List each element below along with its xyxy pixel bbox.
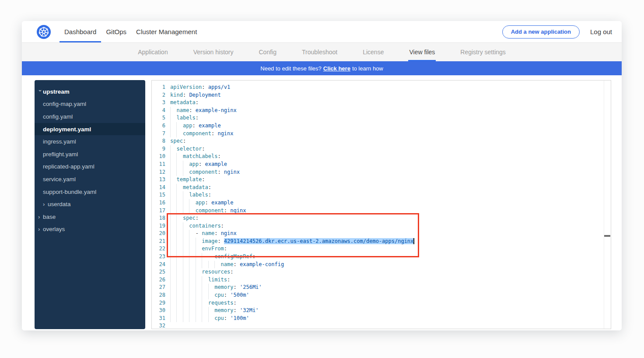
yaml-value: nginx xyxy=(224,169,240,175)
code-line-12[interactable]: 12 component: nginx xyxy=(152,168,611,176)
code-text: image: 429114214526.dkr.ecr.us-east-2.am… xyxy=(170,238,414,246)
code-line-30[interactable]: 30 memory: '32Mi' xyxy=(152,307,611,315)
code-text: name: example-nginx xyxy=(170,107,237,115)
code-line-9[interactable]: 9 selector: xyxy=(152,145,611,153)
sidebar-item-overlays[interactable]: ›overlays xyxy=(35,223,145,236)
code-line-25[interactable]: 25 resources: xyxy=(152,268,611,276)
nav-tab-cluster-management[interactable]: Cluster Management xyxy=(131,21,202,42)
banner-link[interactable]: Click here xyxy=(323,65,350,72)
nav-tab-gitops[interactable]: GitOps xyxy=(101,21,131,42)
code-line-18[interactable]: 18 spec: xyxy=(152,214,611,222)
tab-view-files[interactable]: View files xyxy=(408,43,436,61)
code-text: cpu: '100m' xyxy=(170,315,249,323)
sidebar-item-userdata[interactable]: ›userdata xyxy=(35,198,145,211)
sidebar-item-service-yaml[interactable]: service.yaml xyxy=(35,173,145,186)
code-text: component: nginx xyxy=(170,168,240,176)
code-line-21[interactable]: 21 image: 429114214526.dkr.ecr.us-east-2… xyxy=(152,238,611,246)
tree-item-label: preflight.yaml xyxy=(43,151,78,158)
yaml-value: Deployment xyxy=(189,92,220,98)
yaml-value: example xyxy=(211,200,234,206)
sidebar-item-config-yaml[interactable]: config.yaml xyxy=(35,110,145,123)
info-banner: Need to edit these files? Click here to … xyxy=(22,61,622,75)
line-number: 11 xyxy=(152,161,165,168)
code-line-15[interactable]: 15 labels: xyxy=(152,191,611,199)
sidebar-item-deployment-yaml[interactable]: deployment.yaml xyxy=(35,123,145,136)
code-line-10[interactable]: 10 matchLabels: xyxy=(152,153,611,161)
code-text: - configMapRef: xyxy=(170,253,256,261)
yaml-value: example xyxy=(205,161,228,167)
tab-application[interactable]: Application xyxy=(137,43,169,61)
code-text: resources: xyxy=(170,268,234,276)
code-line-26[interactable]: 26 limits: xyxy=(152,276,611,284)
line-number: 2 xyxy=(152,91,165,99)
sidebar-item-ingress-yaml[interactable]: ingress.yaml xyxy=(35,135,145,148)
code-line-3[interactable]: 3metadata: xyxy=(152,99,611,107)
code-line-7[interactable]: 7 component: nginx xyxy=(152,130,611,138)
code-line-28[interactable]: 28 cpu: '500m' xyxy=(152,291,611,299)
banner-text-prefix: Need to edit these files? xyxy=(260,65,321,72)
code-text: kind: Deployment xyxy=(170,91,221,99)
yaml-value: example-nginx xyxy=(196,107,237,113)
sidebar-item-base[interactable]: ›base xyxy=(35,211,145,223)
tree-item-label: ingress.yaml xyxy=(43,138,76,145)
code-text: cpu: '500m' xyxy=(170,291,249,299)
tree-item-label: deployment.yaml xyxy=(43,126,91,133)
sidebar-item-replicated-app-yaml[interactable]: replicated-app.yaml xyxy=(35,161,145,173)
topbar-actions: Add a new application Log out xyxy=(502,25,612,39)
code-text: labels: xyxy=(170,191,211,199)
sidebar-item-preflight-yaml[interactable]: preflight.yaml xyxy=(35,148,145,161)
tree-item-label: overlays xyxy=(43,226,65,232)
line-number: 23 xyxy=(152,253,165,261)
code-text: requests: xyxy=(170,299,237,307)
code-line-11[interactable]: 11 app: example xyxy=(152,161,611,168)
code-line-2[interactable]: 2kind: Deployment xyxy=(152,91,611,99)
line-number: 3 xyxy=(152,99,165,107)
line-number: 29 xyxy=(152,299,165,307)
code-line-24[interactable]: 24 name: example-config xyxy=(152,261,611,269)
code-line-22[interactable]: 22 envFrom: xyxy=(152,245,611,253)
code-line-1[interactable]: 1apiVersion: apps/v1 xyxy=(152,84,611,91)
logout-button[interactable]: Log out xyxy=(590,28,612,35)
code-line-16[interactable]: 16 app: example xyxy=(152,199,611,207)
code-text: containers: xyxy=(170,222,224,230)
code-line-13[interactable]: 13 template: xyxy=(152,176,611,184)
add-application-button[interactable]: Add a new application xyxy=(502,25,580,39)
code-line-4[interactable]: 4 name: example-nginx xyxy=(152,107,611,115)
chevron-right-icon: › xyxy=(38,226,43,232)
code-line-23[interactable]: 23 - configMapRef: xyxy=(152,253,611,261)
code-text: component: nginx xyxy=(170,207,246,215)
sidebar-item-config-map-yaml[interactable]: config-map.yaml xyxy=(35,98,145,111)
code-line-32[interactable]: 32 xyxy=(152,322,611,329)
code-line-6[interactable]: 6 app: example xyxy=(152,122,611,130)
line-number: 27 xyxy=(152,284,165,291)
code-line-20[interactable]: 20 - name: nginx xyxy=(152,230,611,238)
text-cursor xyxy=(413,238,414,244)
yaml-value: '32Mi' xyxy=(240,307,259,313)
line-number: 25 xyxy=(152,268,165,276)
code-line-8[interactable]: 8spec: xyxy=(152,137,611,145)
sidebar-item-upstream[interactable]: ›upstream xyxy=(35,85,145,98)
code-line-31[interactable]: 31 cpu: '100m' xyxy=(152,315,611,323)
line-number: 10 xyxy=(152,153,165,161)
yaml-value: apps/v1 xyxy=(208,84,231,90)
code-line-19[interactable]: 19 containers: xyxy=(152,222,611,230)
code-text: matchLabels: xyxy=(170,153,221,161)
code-line-27[interactable]: 27 memory: '256Mi' xyxy=(152,284,611,291)
tab-registry-settings[interactable]: Registry settings xyxy=(459,43,506,61)
code-text: spec: xyxy=(170,137,186,145)
tab-version-history[interactable]: Version history xyxy=(192,43,234,61)
code-line-14[interactable]: 14 metadata: xyxy=(152,184,611,192)
yaml-code-editor[interactable]: 1apiVersion: apps/v12kind: Deployment3me… xyxy=(151,80,611,329)
code-line-17[interactable]: 17 component: nginx xyxy=(152,207,611,215)
line-number: 21 xyxy=(152,238,165,246)
line-number: 19 xyxy=(152,222,165,230)
code-line-29[interactable]: 29 requests: xyxy=(152,299,611,307)
tab-license[interactable]: License xyxy=(362,43,385,61)
code-line-5[interactable]: 5 labels: xyxy=(152,114,611,122)
tab-config[interactable]: Config xyxy=(258,43,277,61)
line-number: 9 xyxy=(152,145,165,153)
sidebar-item-support-bundle-yaml[interactable]: support-bundle.yaml xyxy=(35,186,145,198)
nav-tab-dashboard[interactable]: Dashboard xyxy=(60,21,101,42)
code-text: app: example xyxy=(170,122,221,130)
tab-troubleshoot[interactable]: Troubleshoot xyxy=(301,43,338,61)
